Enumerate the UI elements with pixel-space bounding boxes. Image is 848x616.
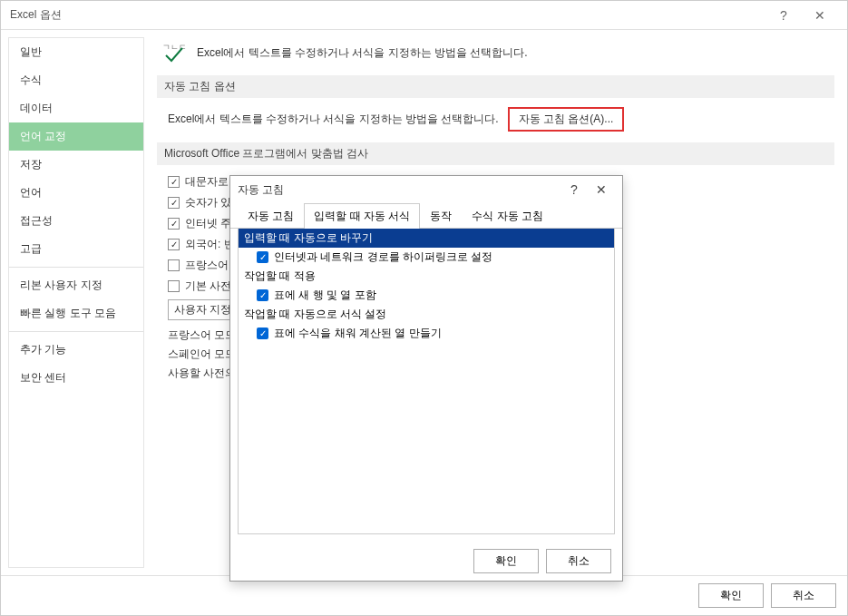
check-label: 표에 새 행 및 열 포함 bbox=[274, 288, 376, 303]
checkbox-icon[interactable]: ✓ bbox=[168, 197, 180, 209]
close-button[interactable]: ✕ bbox=[802, 8, 838, 23]
cancel-button[interactable]: 취소 bbox=[771, 583, 836, 608]
checkbox-icon[interactable]: ✓ bbox=[168, 239, 180, 250]
intro-row: ㄱㄴㄷ Excel에서 텍스트를 수정하거나 서식을 지정하는 방법을 선택합니… bbox=[157, 43, 834, 63]
sidebar-item-advanced[interactable]: 고급 bbox=[9, 235, 143, 263]
tab-autocorrect[interactable]: 자동 고침 bbox=[238, 203, 304, 229]
check-label: 표에 수식을 채워 계산된 열 만들기 bbox=[274, 326, 442, 341]
dialog-help-button[interactable]: ? bbox=[560, 182, 588, 197]
proofing-icon: ㄱㄴㄷ bbox=[162, 43, 186, 63]
sidebar-item-trust-center[interactable]: 보안 센터 bbox=[9, 364, 143, 392]
checkbox-icon[interactable] bbox=[168, 259, 180, 271]
dialog-ok-button[interactable]: 확인 bbox=[473, 549, 539, 573]
sidebar-item-language[interactable]: 언어 bbox=[9, 179, 143, 207]
check-hyperlink[interactable]: ✓ 인터넷과 네트워크 경로를 하이퍼링크로 설정 bbox=[239, 248, 614, 267]
dialog-title: 자동 고침 bbox=[238, 182, 560, 198]
sidebar-item-ribbon[interactable]: 리본 사용자 지정 bbox=[9, 271, 143, 299]
dialog-cancel-button[interactable]: 취소 bbox=[546, 549, 611, 573]
tab-math-autocorrect[interactable]: 수식 자동 고침 bbox=[462, 203, 553, 229]
sidebar-item-proofing[interactable]: 언어 교정 bbox=[9, 122, 143, 151]
group-header-replace: 입력할 때 자동으로 바꾸기 bbox=[239, 229, 614, 248]
check-label: 숫자가 있 bbox=[185, 195, 231, 210]
checkbox-checked-icon[interactable]: ✓ bbox=[257, 289, 268, 301]
checkbox-checked-icon[interactable]: ✓ bbox=[257, 251, 268, 263]
sidebar-item-formula[interactable]: 수식 bbox=[9, 66, 143, 94]
window-title: Excel 옵션 bbox=[10, 7, 765, 23]
checkbox-icon[interactable]: ✓ bbox=[168, 176, 180, 188]
checkbox-icon[interactable] bbox=[168, 280, 180, 292]
check-table-rows[interactable]: ✓ 표에 새 행 및 열 포함 bbox=[239, 286, 614, 305]
help-button[interactable]: ? bbox=[765, 8, 802, 23]
autocorrect-row-text: Excel에서 텍스트를 수정하거나 서식을 지정하는 방법을 선택합니다. bbox=[168, 112, 499, 127]
group-header-format: 작업할 때 자동으로 서식 설정 bbox=[239, 305, 614, 324]
section-autocorrect-row: Excel에서 텍스트를 수정하거나 서식을 지정하는 방법을 선택합니다. 자… bbox=[157, 107, 834, 132]
autocorrect-dialog: 자동 고침 ? ✕ 자동 고침 입력할 때 자동 서식 동작 수식 자동 고침 … bbox=[229, 175, 623, 582]
custom-dictionary-button[interactable]: 사용자 지정 bbox=[168, 299, 238, 320]
svg-text:ㄱㄴㄷ: ㄱㄴㄷ bbox=[162, 43, 186, 52]
checkbox-checked-icon[interactable]: ✓ bbox=[257, 328, 268, 339]
check-label: 기본 사전 bbox=[185, 279, 231, 294]
window-titlebar: Excel 옵션 ? ✕ bbox=[1, 1, 847, 30]
dialog-footer: 확인 취소 bbox=[230, 542, 622, 581]
ok-button[interactable]: 확인 bbox=[698, 583, 764, 608]
dialog-tab-content: 입력할 때 자동으로 바꾸기 ✓ 인터넷과 네트워크 경로를 하이퍼링크로 설정… bbox=[238, 229, 615, 534]
options-window: Excel 옵션 ? ✕ 일반 수식 데이터 언어 교정 저장 언어 접근성 고… bbox=[0, 0, 848, 616]
section-autocorrect-header: 자동 고침 옵션 bbox=[157, 75, 834, 98]
section-spelling-header: Microsoft Office 프로그램에서 맞춤법 검사 bbox=[157, 142, 834, 165]
intro-text: Excel에서 텍스트를 수정하거나 서식을 지정하는 방법을 선택합니다. bbox=[197, 45, 528, 61]
sidebar-separator bbox=[9, 331, 143, 332]
check-label: 대문자로 bbox=[185, 174, 229, 190]
sidebar-item-general[interactable]: 일반 bbox=[9, 38, 143, 66]
check-label: 프랑스어: bbox=[185, 258, 231, 273]
sidebar-item-addins[interactable]: 추가 기능 bbox=[9, 336, 143, 364]
sidebar: 일반 수식 데이터 언어 교정 저장 언어 접근성 고급 리본 사용자 지정 빠… bbox=[8, 37, 144, 568]
check-label: 인터넷 주 bbox=[185, 216, 231, 231]
sidebar-separator bbox=[9, 267, 143, 268]
check-label: 외국어: 반 bbox=[185, 237, 235, 252]
tab-autoformat-typing[interactable]: 입력할 때 자동 서식 bbox=[304, 203, 420, 229]
sidebar-item-save[interactable]: 저장 bbox=[9, 151, 143, 179]
dialog-close-button[interactable]: ✕ bbox=[588, 182, 615, 197]
sidebar-item-quick-access[interactable]: 빠른 실행 도구 모음 bbox=[9, 299, 143, 328]
autocorrect-options-button[interactable]: 자동 고침 옵션(A)... bbox=[508, 107, 625, 132]
dialog-tabs: 자동 고침 입력할 때 자동 서식 동작 수식 자동 고침 bbox=[230, 203, 622, 229]
check-label: 인터넷과 네트워크 경로를 하이퍼링크로 설정 bbox=[274, 249, 492, 265]
sidebar-item-data[interactable]: 데이터 bbox=[9, 94, 143, 122]
check-table-formula[interactable]: ✓ 표에 수식을 채워 계산된 열 만들기 bbox=[239, 324, 614, 343]
dialog-titlebar: 자동 고침 ? ✕ bbox=[230, 176, 622, 203]
group-header-apply: 작업할 때 적용 bbox=[239, 267, 614, 286]
checkbox-icon[interactable]: ✓ bbox=[168, 218, 180, 230]
sidebar-item-accessibility[interactable]: 접근성 bbox=[9, 207, 143, 235]
tab-actions[interactable]: 동작 bbox=[420, 203, 462, 229]
